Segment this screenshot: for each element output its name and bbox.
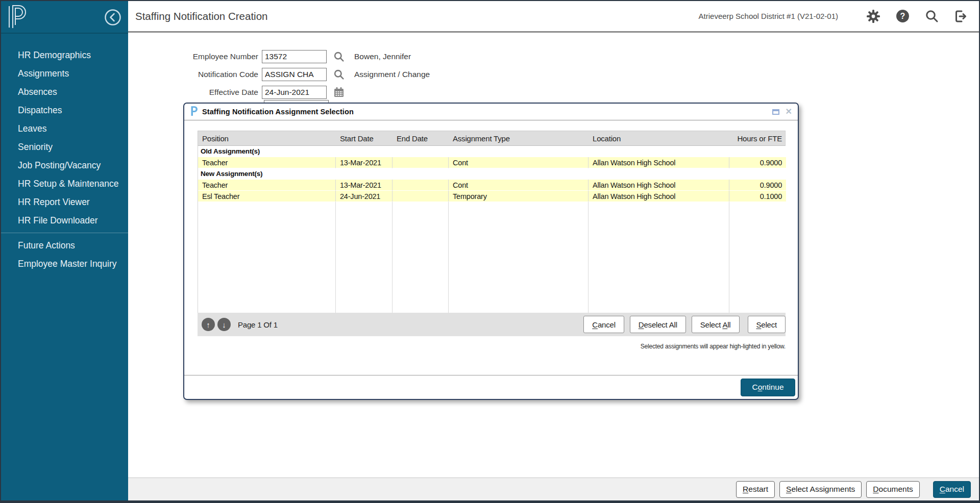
cell-start-date[interactable]: 13-Mar-2021 (336, 157, 393, 168)
dialog-title: Staffing Notification Assignment Selecti… (202, 108, 766, 116)
column-header-location: Location (589, 131, 729, 145)
sidebar-item-future-actions[interactable]: Future Actions (1, 236, 128, 255)
search-icon[interactable] (333, 51, 345, 62)
sidebar-item-hr-file-downloader[interactable]: HR File Downloader (1, 211, 128, 230)
column-header-hours-or-fte: Hours or FTE (729, 131, 786, 145)
notification-code-label: Notification Code (156, 70, 258, 79)
settings-gear-icon[interactable] (866, 9, 880, 23)
cell-location[interactable]: Allan Watson High School (589, 191, 729, 202)
staffing-form: Employee Number Bowen, Jennifer Notifica… (128, 33, 979, 99)
notification-code-input[interactable] (262, 68, 327, 81)
search-icon[interactable] (333, 69, 345, 80)
deselect-all-button[interactable]: Deselect All (630, 316, 686, 333)
sidebar-item-leaves[interactable]: Leaves (1, 119, 128, 138)
cell-hours-or-fte[interactable]: 0.9000 (729, 157, 786, 168)
footer-documents-button[interactable]: Documents (866, 481, 919, 498)
logout-icon[interactable] (953, 9, 968, 23)
search-icon[interactable] (924, 9, 939, 23)
cell-start-date[interactable]: 13-Mar-2021 (336, 180, 393, 191)
employee-number-input[interactable] (262, 50, 327, 63)
sidebar-item-absences[interactable]: Absences (1, 83, 128, 101)
notification-code-row: Notification Code Assignment / Change (156, 67, 979, 82)
header-right: Atrieveerp School District #1 (V21-02-01… (699, 9, 968, 23)
employee-number-label: Employee Number (156, 52, 258, 61)
column-header-start-date: Start Date (336, 131, 393, 145)
effective-date-input[interactable] (262, 86, 327, 99)
group-row-new-assignment-s: New Assignment(s) (198, 168, 786, 180)
sidebar-item-assignments[interactable]: Assignments (1, 64, 128, 83)
sidebar: HR DemographicsAssignmentsAbsencesDispat… (1, 1, 128, 500)
footer-cancel-button[interactable]: Cancel (933, 481, 971, 498)
cell-location[interactable]: Allan Watson High School (589, 180, 729, 191)
cell-end-date[interactable] (393, 157, 449, 168)
sidebar-item-dispatches[interactable]: Dispatches (1, 101, 128, 119)
employee-number-row: Employee Number Bowen, Jennifer (156, 49, 979, 64)
employee-name-text: Bowen, Jennifer (354, 52, 411, 61)
cell-hours-or-fte[interactable]: 0.9000 (729, 180, 786, 191)
group-row-old-assignment-s: Old Assignment(s) (198, 146, 786, 157)
cell-assignment-type[interactable]: Temporary (449, 191, 589, 202)
app-header: Staffing Notification Creation Atrieveer… (128, 1, 979, 33)
table-empty-area (589, 202, 729, 313)
table-empty-area (393, 202, 449, 313)
svg-text:?: ? (900, 12, 905, 20)
dialog-titlebar: Staffing Notification Assignment Selecti… (184, 104, 798, 120)
sidebar-item-hr-report-viewer[interactable]: HR Report Viewer (1, 193, 128, 211)
sidebar-collapse-button[interactable] (104, 9, 121, 26)
sidebar-item-job-posting-vacancy[interactable]: Job Posting/Vacancy (1, 156, 128, 174)
cell-position[interactable]: Teacher (198, 180, 336, 191)
column-header-assignment-type: Assignment Type (449, 131, 589, 145)
cell-position[interactable]: Esl Teacher (198, 191, 336, 202)
page-indicator: Page 1 Of 1 (238, 320, 278, 329)
sidebar-header (1, 1, 128, 34)
table-empty-area (729, 202, 786, 313)
pagination-bar: ↑ ↓ Page 1 Of 1 CancelDeselect AllSelect… (198, 313, 786, 336)
sidebar-item-seniority[interactable]: Seniority (1, 138, 128, 156)
close-icon[interactable]: ✕ (786, 108, 792, 116)
footer-restart-button[interactable]: Restart (736, 481, 775, 498)
cell-assignment-type[interactable]: Cont (449, 157, 589, 168)
powerschool-logo (8, 5, 27, 31)
assignments-table-header: PositionStart DateEnd DateAssignment Typ… (198, 131, 786, 146)
page-down-button[interactable]: ↓ (217, 318, 231, 331)
selection-note: Selected assignments will appear high-li… (198, 343, 786, 350)
select-all-button[interactable]: Select All (692, 316, 740, 333)
app-window: HR DemographicsAssignmentsAbsencesDispat… (0, 0, 980, 503)
continue-button[interactable]: Continue (741, 379, 795, 396)
sidebar-nav: HR DemographicsAssignmentsAbsencesDispat… (1, 34, 128, 273)
cell-position[interactable]: Teacher (198, 157, 336, 168)
assignments-table-body: Old Assignment(s)Teacher13-Mar-2021ContA… (198, 146, 786, 313)
powerschool-logo (190, 106, 198, 118)
select-button[interactable]: Select (748, 316, 786, 333)
arrow-up-icon: ↑ (206, 321, 210, 329)
help-icon[interactable]: ? (895, 9, 910, 23)
effective-date-label: Effective Date (156, 88, 258, 97)
dialog-body: PositionStart DateEnd DateAssignment Typ… (184, 120, 798, 399)
cell-location[interactable]: Allan Watson High School (589, 157, 729, 168)
cell-assignment-type[interactable]: Cont (449, 180, 589, 191)
cell-end-date[interactable] (393, 180, 449, 191)
column-header-end-date: End Date (393, 131, 449, 145)
district-label: Atrieveerp School District #1 (V21-02-01… (699, 12, 838, 20)
table-empty-area (336, 202, 393, 313)
effective-date-row: Effective Date (156, 85, 979, 99)
table-empty-area (449, 202, 589, 313)
column-header-position: Position (198, 131, 336, 145)
page-title: Staffing Notification Creation (135, 10, 267, 22)
cell-hours-or-fte[interactable]: 0.1000 (729, 191, 786, 202)
sidebar-item-hr-demographics[interactable]: HR Demographics (1, 46, 128, 64)
calendar-icon[interactable] (333, 87, 345, 98)
page-up-button[interactable]: ↑ (202, 318, 215, 331)
arrow-down-icon: ↓ (222, 321, 226, 329)
sidebar-item-hr-setup-maintenance[interactable]: HR Setup & Maintenance (1, 174, 128, 193)
cell-end-date[interactable] (393, 191, 449, 202)
sidebar-divider (1, 233, 128, 233)
restore-icon[interactable] (772, 109, 779, 115)
footer-select-assignments-button[interactable]: Select Assignments (779, 481, 862, 498)
content-area: Employee Number Bowen, Jennifer Notifica… (128, 33, 979, 477)
cancel-button[interactable]: Cancel (583, 316, 624, 333)
continue-row: Continue (184, 375, 798, 399)
sidebar-item-employee-master-inquiry[interactable]: Employee Master Inquiry (1, 255, 128, 273)
cell-start-date[interactable]: 24-Jun-2021 (336, 191, 393, 202)
main-area: Staffing Notification Creation Atrieveer… (128, 1, 979, 500)
